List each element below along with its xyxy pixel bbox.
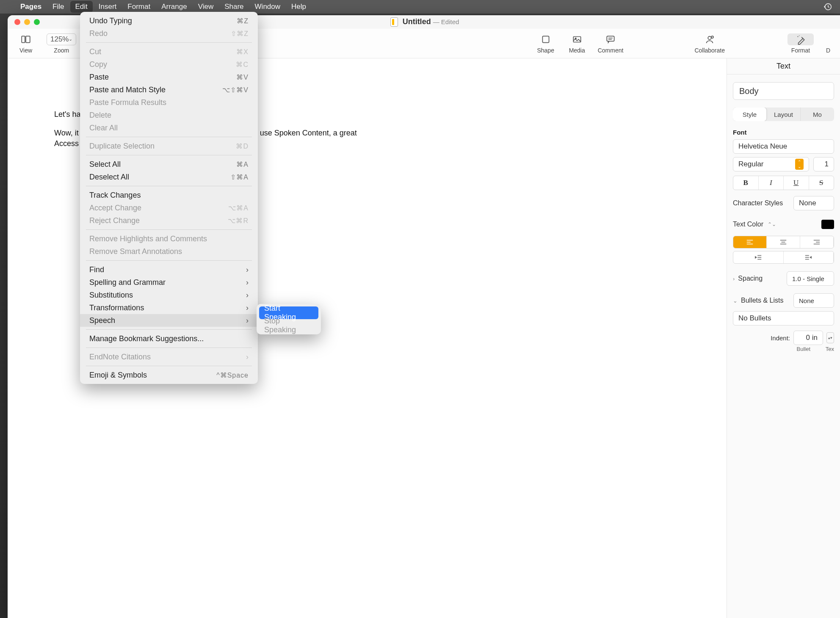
menu-item-copy: Copy⌘C	[80, 58, 258, 71]
menu-item-find[interactable]: Find›	[80, 263, 258, 276]
menu-item-spelling-and-grammar[interactable]: Spelling and Grammar›	[80, 276, 258, 289]
menu-item-substitutions[interactable]: Substitutions›	[80, 289, 258, 301]
para-3: Access	[54, 139, 79, 148]
menu-item-transformations[interactable]: Transformations›	[80, 301, 258, 314]
menu-item-endnote-citations: EndNote Citations›	[80, 350, 258, 363]
menu-item-paste[interactable]: Paste⌘V	[80, 71, 258, 83]
menu-item-accept-change: Accept Change⌥⌘A	[80, 201, 258, 214]
menu-arrange[interactable]: Arrange	[161, 3, 187, 11]
menu-item-redo: Redo⇧⌘Z	[80, 27, 258, 40]
para-2b: use Spoken Content, a great	[260, 128, 357, 138]
menu-item-cut: Cut⌘X	[80, 45, 258, 58]
zoom-value: 125%	[50, 35, 69, 44]
menu-item-remove-highlights-and-comments: Remove Highlights and Comments	[80, 232, 258, 245]
svg-rect-1	[22, 36, 25, 42]
shape-label: Shape	[537, 47, 545, 54]
menu-share[interactable]: Share	[224, 3, 243, 11]
close-button[interactable]	[14, 19, 20, 25]
doc-name: Untitled	[403, 17, 431, 26]
menu-item-clear-all: Clear All	[80, 121, 258, 134]
menu-item-emoji-symbols[interactable]: Emoji & Symbols^⌘Space	[80, 369, 258, 381]
zoom-label: Zoom	[54, 47, 69, 54]
traffic-lights	[14, 19, 40, 25]
menu-item-select-all[interactable]: Select All⌘A	[80, 158, 258, 171]
app-menu[interactable]: Pages	[20, 3, 41, 11]
chevron-right-icon: ›	[246, 303, 249, 312]
chevron-right-icon: ›	[246, 278, 249, 287]
menu-item-paste-and-match-style[interactable]: Paste and Match Style⌥⇧⌘V	[80, 83, 258, 96]
menu-item-paste-formula-results: Paste Formula Results	[80, 96, 258, 109]
menubar: Pages File Edit Insert Format Arrange Vi…	[0, 0, 545, 14]
shape-button[interactable]: Shape	[535, 33, 545, 54]
view-button[interactable]: View	[15, 33, 36, 54]
menu-item-speech[interactable]: Speech›	[80, 314, 258, 327]
chevron-right-icon: ›	[246, 265, 249, 274]
chevron-right-icon: ›	[246, 353, 249, 361]
menu-item-duplicate-selection: Duplicate Selection⌘D	[80, 140, 258, 152]
menu-window[interactable]: Window	[255, 3, 280, 11]
view-label: View	[19, 47, 32, 54]
submenu-item-stop-speaking: Stop Speaking	[259, 319, 318, 332]
menu-format[interactable]: Format	[127, 3, 150, 11]
menu-item-deselect-all[interactable]: Deselect All⇧⌘A	[80, 171, 258, 183]
chevron-right-icon: ›	[246, 316, 249, 325]
para-2a: Wow, it	[54, 128, 79, 138]
svg-rect-2	[26, 36, 30, 42]
menu-item-undo-typing[interactable]: Undo Typing⌘Z	[80, 14, 258, 27]
menu-item-remove-smart-annotations: Remove Smart Annotations	[80, 245, 258, 258]
menu-file[interactable]: File	[52, 3, 64, 11]
menu-insert[interactable]: Insert	[99, 3, 117, 11]
menu-view[interactable]: View	[198, 3, 214, 11]
menu-help[interactable]: Help	[291, 3, 306, 11]
edit-menu-dropdown: Undo Typing⌘ZRedo⇧⌘ZCut⌘XCopy⌘CPaste⌘VPa…	[80, 12, 258, 384]
menu-item-reject-change: Reject Change⌥⌘R	[80, 214, 258, 227]
doc-state: Edited	[441, 18, 459, 25]
menu-item-manage-bookmark-suggestions-[interactable]: Manage Bookmark Suggestions...	[80, 332, 258, 345]
menu-item-delete: Delete	[80, 109, 258, 121]
minimize-button[interactable]	[24, 19, 30, 25]
chevron-right-icon: ›	[246, 291, 249, 300]
menu-edit[interactable]: Edit	[70, 1, 93, 13]
zoom-select[interactable]: 125% ⌄ Zoom	[47, 33, 76, 54]
svg-rect-3	[542, 36, 545, 42]
speech-submenu: Start SpeakingStop Speaking	[257, 304, 321, 334]
zoom-button[interactable]	[34, 19, 40, 25]
pages-doc-icon	[390, 17, 398, 27]
menu-item-track-changes[interactable]: Track Changes	[80, 189, 258, 201]
para-1: Let's ha	[54, 110, 80, 119]
